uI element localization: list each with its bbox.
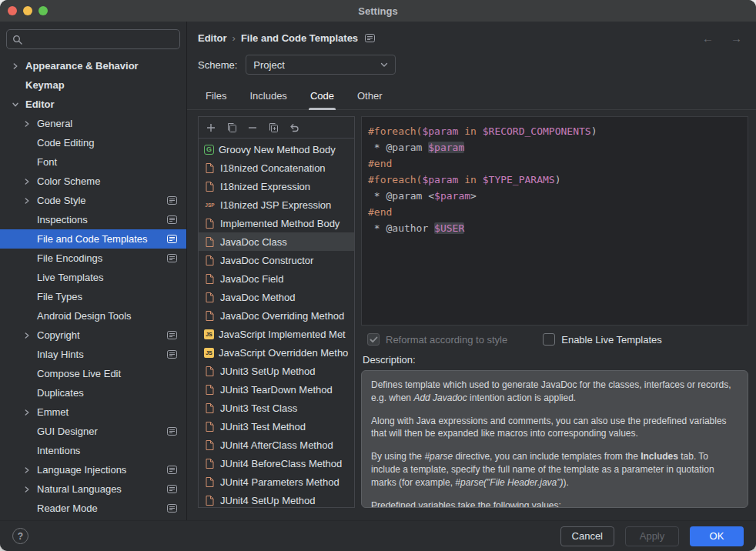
template-item-i18nized-jsp-expression[interactable]: JSPI18nized JSP Expression (199, 195, 354, 214)
template-item-implemented-method-body[interactable]: Implemented Method Body (199, 214, 354, 232)
sidebar-item-keymap[interactable]: Keymap (0, 75, 186, 95)
template-detail: #foreach($param in $RECORD_COMPONENTS) *… (361, 116, 748, 508)
template-item-junit3-teardown-method[interactable]: JUnit3 TearDown Method (199, 380, 354, 399)
description-paragraph: Defines template which used to generate … (371, 379, 738, 405)
sidebar-item-font[interactable]: Font (0, 152, 186, 172)
template-item-javadoc-method[interactable]: JavaDoc Method (199, 288, 354, 306)
copy-icon[interactable] (223, 119, 240, 136)
sidebar-item-compose-live-edit[interactable]: Compose Live Edit (0, 364, 186, 383)
chevron-right-icon[interactable] (24, 467, 37, 473)
screen-icon (167, 254, 177, 262)
chevron-down-icon[interactable] (12, 102, 25, 108)
chevron-right-icon[interactable] (24, 179, 37, 185)
sidebar-item-label: Natural Languages (37, 483, 122, 495)
template-item-label: Implemented Method Body (220, 218, 340, 229)
template-code-editor[interactable]: #foreach($param in $RECORD_COMPONENTS) *… (361, 116, 748, 326)
tab-code[interactable]: Code (309, 82, 336, 109)
sidebar-item-duplicates[interactable]: Duplicates (0, 383, 186, 402)
template-item-label: JUnit4 BeforeClass Method (220, 458, 342, 469)
code-line: * @param $param (368, 139, 741, 155)
breadcrumb-editor[interactable]: Editor (198, 32, 227, 44)
template-options: Reformat according to style Enable Live … (361, 326, 748, 352)
template-item-junit3-test-method[interactable]: JUnit3 Test Method (199, 417, 354, 436)
tab-includes[interactable]: Includes (248, 82, 288, 109)
template-file-icon (204, 181, 216, 192)
template-item-javascript-implemented-met[interactable]: JSJavaScript Implemented Met (199, 325, 354, 343)
sidebar-item-android-design-tools[interactable]: Android Design Tools (0, 306, 186, 326)
apply-button[interactable]: Apply (625, 526, 679, 546)
chevron-right-icon[interactable] (24, 486, 37, 493)
sidebar-item-copyright[interactable]: Copyright (0, 326, 186, 345)
tab-files[interactable]: Files (204, 82, 228, 109)
add-icon[interactable] (202, 119, 219, 136)
template-item-junit3-setup-method[interactable]: JUnit3 SetUp Method (199, 362, 354, 380)
enable-live-templates-checkbox[interactable]: Enable Live Templates (543, 333, 662, 346)
sidebar-item-label: Compose Live Edit (37, 368, 121, 379)
zoom-window-button[interactable] (38, 6, 48, 15)
minimize-window-button[interactable] (23, 6, 32, 15)
sidebar-item-file-types[interactable]: File Types (0, 287, 186, 306)
template-item-junit4-setup-method[interactable]: JUnit4 SetUp Method (199, 491, 354, 507)
code-line: * @param <$param> (368, 188, 741, 204)
sidebar-item-editor[interactable]: Editor (0, 95, 186, 114)
revert-icon[interactable] (286, 119, 303, 136)
template-item-label: JavaDoc Class (220, 236, 287, 248)
template-item-junit4-beforeclass-method[interactable]: JUnit4 BeforeClass Method (199, 454, 354, 473)
chevron-right-icon[interactable] (24, 121, 37, 127)
sidebar-item-file-encodings[interactable]: File Encodings (0, 249, 186, 268)
description-panel[interactable]: Defines template which used to generate … (361, 370, 748, 508)
template-item-javadoc-field[interactable]: JavaDoc Field (199, 269, 354, 288)
sidebar-item-code-style[interactable]: Code Style (0, 191, 186, 210)
sidebar-item-live-templates[interactable]: Live Templates (0, 268, 186, 287)
checkbox-label: Enable Live Templates (561, 334, 662, 346)
sidebar-item-reader-mode[interactable]: Reader Mode (0, 499, 186, 518)
sidebar-item-label: Language Injections (37, 464, 126, 476)
sidebar-item-language-injections[interactable]: Language Injections (0, 460, 186, 479)
code-line: #end (368, 155, 741, 172)
sidebar-item-emmet[interactable]: Emmet (0, 402, 186, 422)
screen-icon (167, 350, 177, 359)
ok-button[interactable]: OK (690, 526, 744, 546)
template-item-javadoc-class[interactable]: JavaDoc Class (199, 232, 354, 251)
duplicate-icon[interactable] (265, 119, 282, 136)
sidebar-item-gui-designer[interactable]: GUI Designer (0, 422, 186, 441)
screen-icon (167, 235, 177, 243)
reformat-according-to-style-checkbox[interactable]: Reformat according to style (367, 333, 507, 346)
sidebar-item-intentions[interactable]: Intentions (0, 441, 186, 460)
sidebar-item-file-and-code-templates[interactable]: File and Code Templates (0, 229, 186, 249)
sidebar-item-color-scheme[interactable]: Color Scheme (0, 172, 186, 191)
checkbox-label: Reformat according to style (386, 334, 507, 346)
sidebar-item-natural-languages[interactable]: Natural Languages (0, 479, 186, 499)
chevron-right-icon[interactable] (12, 63, 25, 69)
close-window-button[interactable] (8, 6, 17, 15)
sidebar-item-inspections[interactable]: Inspections (0, 210, 186, 229)
template-item-javascript-overridden-metho[interactable]: JSJavaScript Overridden Metho (199, 343, 354, 362)
back-arrow-icon[interactable]: ← (702, 32, 714, 45)
sidebar-item-general[interactable]: General (0, 114, 186, 133)
sidebar-item-inlay-hints[interactable]: Inlay Hints (0, 345, 186, 364)
remove-icon[interactable] (244, 119, 261, 136)
help-button[interactable]: ? (12, 528, 28, 544)
cancel-button[interactable]: Cancel (560, 526, 614, 546)
template-item-junit4-parameters-method[interactable]: JUnit4 Parameters Method (199, 473, 354, 491)
template-item-groovy-new-method-body[interactable]: GGroovy New Method Body (199, 140, 354, 159)
template-item-junit4-afterclass-method[interactable]: JUnit4 AfterClass Method (199, 436, 354, 454)
scheme-dropdown[interactable]: Project (246, 55, 396, 75)
sidebar-item-label: Color Scheme (37, 175, 100, 187)
template-item-javadoc-overriding-method[interactable]: JavaDoc Overriding Method (199, 306, 354, 325)
template-item-javadoc-constructor[interactable]: JavaDoc Constructor (199, 251, 354, 269)
chevron-right-icon[interactable] (24, 409, 37, 416)
forward-arrow-icon[interactable]: → (731, 32, 742, 45)
template-item-i18nized-expression[interactable]: I18nized Expression (199, 177, 354, 195)
chevron-right-icon[interactable] (24, 332, 37, 339)
template-item-i18nized-concatenation[interactable]: I18nized Concatenation (199, 159, 354, 177)
tab-other[interactable]: Other (356, 82, 384, 109)
settings-search-input[interactable] (26, 34, 174, 45)
chevron-right-icon[interactable] (24, 198, 37, 204)
sidebar-item-code-editing[interactable]: Code Editing (0, 133, 186, 152)
sidebar-item-label: Inlay Hints (37, 349, 84, 360)
sidebar-item-appearance-behavior[interactable]: Appearance & Behavior (0, 56, 186, 75)
settings-search[interactable] (6, 29, 180, 49)
template-item-junit3-test-class[interactable]: JUnit3 Test Class (199, 399, 354, 417)
sidebar-item-label: Code Editing (37, 137, 94, 149)
